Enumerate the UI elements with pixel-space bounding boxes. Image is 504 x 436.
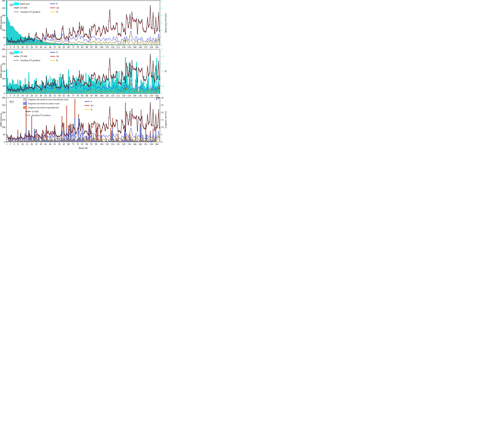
stacked-bar-segment xyxy=(53,141,53,141)
stacked-bar-segment xyxy=(131,140,131,142)
x-tick-label: 63 xyxy=(63,94,65,97)
x-tick-label: 116 xyxy=(111,143,114,145)
stacked-bar-segment xyxy=(148,140,149,142)
stacked-bar-segment xyxy=(7,141,7,142)
x-tick-label: 110 xyxy=(106,94,109,97)
bar xyxy=(138,92,139,93)
stacked-bar-segment xyxy=(108,141,108,142)
stacked-bar-segment xyxy=(135,140,136,142)
stacked-bar-segment xyxy=(69,140,70,140)
stacked-bar-segment xyxy=(141,110,141,116)
left-tick-label: 50 xyxy=(3,133,5,136)
left-axis-title: RMS (mm/m) xyxy=(0,113,2,126)
bar xyxy=(93,81,94,93)
left-axis-title: RMS (mm/m) xyxy=(0,16,2,29)
panel-tag: (a) xyxy=(10,3,13,6)
stacked-bar-segment xyxy=(28,134,29,142)
bar xyxy=(75,44,76,45)
stacked-bar-segment xyxy=(127,140,128,142)
stacked-bar-segment xyxy=(31,116,32,127)
stacked-bar-segment xyxy=(111,131,112,134)
stacked-bar-segment xyxy=(149,141,150,141)
stacked-bar-segment xyxy=(51,140,51,142)
right-tick-label: 0 xyxy=(161,141,162,143)
x-tick-label: 152 xyxy=(144,143,147,145)
legend-etwb-marker xyxy=(16,56,17,57)
bar xyxy=(73,44,73,45)
stacked-bar-segment xyxy=(87,138,87,141)
legend-label: Irrigation rate based on surface water xyxy=(28,102,60,105)
x-axis-title: Basin ID xyxy=(79,147,88,149)
stacked-bar-segment xyxy=(97,123,97,140)
legend-etwb-marker xyxy=(16,7,17,9)
x-tick-label: 48 xyxy=(49,94,51,97)
right-tick-label: 3 xyxy=(161,48,162,50)
left-axis-title: RMS (mm/m) xyxy=(0,65,2,78)
right-axis-title: Irrigation rate (%) xyxy=(164,111,167,128)
stacked-bar-segment xyxy=(157,97,158,97)
x-tick-label: 33 xyxy=(35,94,37,97)
stacked-bar-segment xyxy=(27,141,27,141)
stacked-bar-segment xyxy=(102,140,103,141)
x-tick-label: 5 xyxy=(10,46,11,48)
x-tick-label: 146 xyxy=(139,143,142,145)
right-tick-label: 10 xyxy=(161,126,163,128)
left-tick-label: 250 xyxy=(2,55,5,58)
stacked-bar-segment xyxy=(111,134,112,142)
stacked-bar-segment xyxy=(36,135,37,138)
bar xyxy=(54,43,55,45)
legend-label: Irrigation rate based on groundwater xyxy=(28,106,59,109)
x-tick-label: 134 xyxy=(127,94,131,97)
x-tick-label: 140 xyxy=(133,94,136,97)
x-tick-label: 164 xyxy=(155,94,158,97)
panel-c-chart: 050100150200250300RMS (mm/m)051015202530… xyxy=(0,97,168,150)
x-tick-label: 83 xyxy=(81,46,83,48)
stacked-bar-segment xyxy=(30,137,31,138)
panel-c: 050100150200250300RMS (mm/m)051015202530… xyxy=(0,97,167,149)
right-tick-label: 6 xyxy=(161,0,162,2)
stacked-bar-segment xyxy=(93,135,94,138)
x-tick-label: 28 xyxy=(31,46,33,48)
bar xyxy=(57,80,58,93)
legend-label: Irrigation rate based on non-conventiona… xyxy=(28,98,68,101)
bar xyxy=(148,76,149,93)
x-tick-label: 13 xyxy=(17,94,19,97)
stacked-bar-segment xyxy=(125,103,126,127)
bar xyxy=(63,44,64,45)
x-tick-label: 88 xyxy=(86,94,88,97)
stacked-bar-segment xyxy=(73,130,73,142)
left-tick-label: 300 xyxy=(2,48,5,50)
stacked-bar-segment xyxy=(44,139,45,140)
stacked-bar-segment xyxy=(116,140,117,142)
stacked-bar-segment xyxy=(131,138,131,140)
legend-label: R xyxy=(56,11,58,13)
right-axis-title: AI xyxy=(164,70,167,73)
bar xyxy=(72,44,72,45)
x-tick-label: 83 xyxy=(81,143,83,145)
stacked-bar-segment xyxy=(40,140,40,141)
x-tick-label: 158 xyxy=(150,46,153,48)
x-tick-label: 63 xyxy=(63,143,65,145)
right-tick-label: 2 xyxy=(161,29,162,31)
bar xyxy=(37,39,37,45)
stacked-bar-segment xyxy=(130,139,130,142)
x-tick-label: 43 xyxy=(44,46,46,48)
stacked-bar-segment xyxy=(31,127,32,142)
stacked-bar-segment xyxy=(92,140,93,142)
x-tick-label: 73 xyxy=(72,94,74,97)
x-tick-label: 116 xyxy=(111,46,114,48)
bar xyxy=(75,44,75,45)
stacked-bar-segment xyxy=(153,129,153,130)
stacked-bar-segment xyxy=(91,135,92,142)
bar xyxy=(66,44,67,45)
x-tick-label: 68 xyxy=(67,94,70,97)
stacked-bar-segment xyxy=(63,139,63,140)
bar xyxy=(139,87,140,93)
right-tick-label: 4 xyxy=(161,14,162,17)
stacked-bar-segment xyxy=(53,141,54,141)
x-tick-label: 73 xyxy=(72,143,74,145)
bar xyxy=(11,26,12,45)
legend-label: ET-WB xyxy=(20,7,27,9)
x-tick-label: 98 xyxy=(95,143,97,145)
legend-label: Auxiliary ET products xyxy=(20,11,40,13)
